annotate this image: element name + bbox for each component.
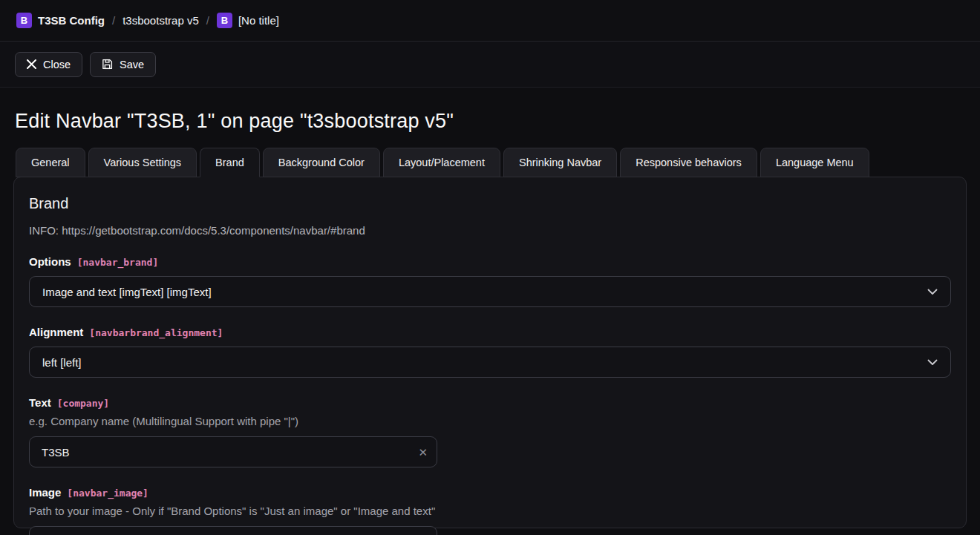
options-code-tag: [navbar_brand] [77, 257, 159, 268]
options-select-value: Image and text [imgText] [imgText] [42, 286, 212, 298]
breadcrumb-label: t3sbootstrap v5 [122, 14, 199, 27]
image-input-wrap [29, 526, 437, 535]
tab-layout-placement[interactable]: Layout/Placement [383, 148, 500, 177]
chevron-down-icon [927, 289, 938, 295]
image-path-input[interactable] [29, 526, 437, 535]
field-label-options: Options [navbar_brand] [29, 255, 951, 268]
alignment-select[interactable]: left [left] [29, 347, 951, 378]
tab-language-menu[interactable]: Language Menu [760, 148, 869, 177]
options-select[interactable]: Image and text [imgText] [imgText] [29, 276, 951, 307]
tab-panel-brand: Brand INFO: https://getbootstrap.com/doc… [13, 177, 967, 528]
field-label-alignment: Alignment [navbarbrand_alignment] [29, 326, 951, 338]
image-label: Image [29, 486, 61, 499]
breadcrumb-item-record[interactable]: B [No title] [217, 13, 279, 28]
alignment-select-value: left [left] [42, 356, 82, 369]
text-code-tag: [company] [57, 398, 109, 409]
clear-input-icon[interactable]: ✕ [418, 447, 428, 458]
close-button[interactable]: Close [15, 52, 82, 77]
doc-toolbar: Close Save [0, 42, 980, 88]
text-field-description: e.g. Company name (Multilingual Support … [29, 415, 951, 427]
tab-bar: General Various Settings Brand Backgroun… [16, 148, 967, 177]
close-icon [27, 59, 36, 69]
text-input-wrap: ✕ [29, 436, 437, 467]
main-content: Edit Navbar "T3SB, 1" on page "t3sbootst… [0, 88, 980, 528]
breadcrumb-item-page[interactable]: t3sbootstrap v5 [122, 14, 199, 27]
field-label-image: Image [navbar_image] [29, 486, 951, 499]
tab-brand[interactable]: Brand [200, 148, 260, 177]
tab-background-color[interactable]: Background Color [263, 148, 380, 177]
tab-various-settings[interactable]: Various Settings [88, 148, 197, 177]
tab-general[interactable]: General [16, 148, 85, 177]
info-link-text: INFO: https://getbootstrap.com/docs/5.3/… [29, 224, 951, 237]
alignment-code-tag: [navbarbrand_alignment] [89, 327, 223, 338]
image-field-description: Path to your image - Only if "Brand Opti… [29, 505, 951, 517]
bootstrap-badge-icon: B [16, 13, 32, 28]
save-button[interactable]: Save [90, 52, 156, 77]
panel-heading: Brand [29, 195, 951, 212]
save-icon [102, 59, 113, 70]
tab-shrinking-navbar[interactable]: Shrinking Navbar [503, 148, 617, 177]
breadcrumb-label: T3SB Config [38, 14, 105, 27]
text-label: Text [29, 396, 51, 409]
save-button-label: Save [120, 59, 144, 70]
options-label: Options [29, 255, 71, 268]
breadcrumb-separator: / [112, 14, 115, 27]
breadcrumb-separator: / [206, 14, 209, 27]
image-code-tag: [navbar_image] [67, 488, 148, 499]
alignment-label: Alignment [29, 326, 83, 338]
page-title: Edit Navbar "T3SB, 1" on page "t3sbootst… [15, 110, 965, 133]
bootstrap-badge-icon: B [217, 13, 232, 28]
tab-responsive-behaviors[interactable]: Responsive behaviors [620, 148, 757, 177]
close-button-label: Close [43, 59, 71, 70]
company-text-input[interactable] [29, 436, 437, 467]
breadcrumb-label: [No title] [238, 14, 279, 27]
breadcrumb: B T3SB Config / t3sbootstrap v5 / B [No … [0, 0, 980, 42]
chevron-down-icon [927, 359, 938, 366]
breadcrumb-item-module[interactable]: B T3SB Config [16, 13, 105, 28]
field-label-text: Text [company] [29, 396, 951, 409]
